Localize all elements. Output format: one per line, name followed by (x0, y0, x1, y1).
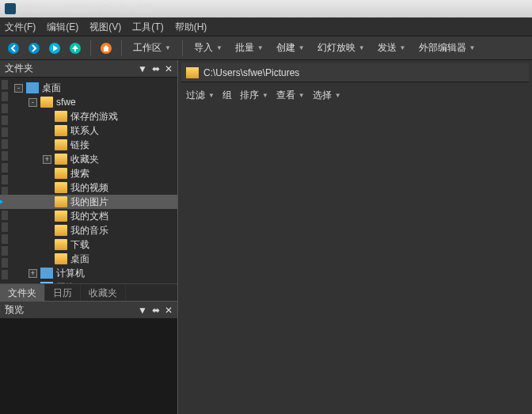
tb-send[interactable]: 发送▼ (373, 40, 411, 57)
tab-folders[interactable]: 文件夹 (0, 284, 45, 301)
window-title: Pictures - ACDSee Pro 6 - 试用 (21, 2, 153, 16)
expand-toggle[interactable]: - (28, 98, 37, 107)
nav-back-icon[interactable] (5, 40, 22, 57)
chevron-down-icon: ▼ (165, 44, 171, 51)
tree-label: sfwe (56, 97, 76, 108)
tree-label: 桌面 (42, 82, 61, 95)
folder-icon (55, 239, 67, 250)
tb-external[interactable]: 外部编辑器▼ (414, 40, 481, 57)
menu-edit[interactable]: 编辑(E) (47, 21, 78, 34)
left-panel: 文件夹 ▼ ⬌ ✕ -桌面-sfwe保存的游戏联系人链接+收藏夹搜索我的视频我的… (0, 60, 178, 414)
tab-favorites[interactable]: 收藏夹 (81, 284, 126, 301)
folders-panel-header: 文件夹 ▼ ⬌ ✕ (0, 60, 177, 78)
tree-item[interactable]: 桌面 (0, 252, 177, 266)
nav-home-icon[interactable] (97, 40, 115, 57)
separator (182, 40, 183, 56)
panel-menu-icon[interactable]: ▼ (138, 305, 147, 316)
svg-point-1 (28, 43, 40, 54)
tree-item[interactable]: 我的文档 (0, 209, 177, 223)
folder-icon (55, 139, 67, 150)
select-menu[interactable]: 选择▼ (313, 89, 341, 102)
panel-pin-icon[interactable]: ⬌ (152, 305, 160, 316)
main-toolbar: 工作区▼ 导入▼ 批量▼ 创建▼ 幻灯放映▼ 发送▼ 外部编辑器▼ (0, 36, 532, 60)
tree-item[interactable]: 我的图片 (0, 195, 177, 209)
folder-icon (55, 253, 67, 264)
folder-icon (186, 67, 199, 78)
tree-item[interactable]: 联系人 (0, 123, 177, 138)
folder-icon (55, 111, 67, 122)
tree-item[interactable]: 我的音乐 (0, 223, 177, 237)
tree-label: 链接 (70, 139, 89, 152)
panel-menu-icon[interactable]: ▼ (138, 63, 147, 74)
tb-import[interactable]: 导入▼ (189, 40, 227, 57)
menu-help[interactable]: 帮助(H) (175, 21, 207, 34)
tree-label: 我的文档 (70, 210, 108, 223)
tree-item[interactable]: 保存的游戏 (0, 109, 177, 123)
folder-icon (55, 125, 67, 136)
folders-title: 文件夹 (5, 62, 33, 75)
menu-tools[interactable]: 工具(T) (132, 21, 163, 34)
tb-slideshow[interactable]: 幻灯放映▼ (313, 40, 370, 57)
folder-icon (55, 168, 67, 179)
preview-panel: 预览 ▼ ⬌ ✕ (0, 301, 177, 414)
tree-item[interactable]: +计算机 (0, 266, 177, 280)
tree-label: 搜索 (70, 167, 89, 180)
menu-bar: 文件(F) 编辑(E) 视图(V) 工具(T) 帮助(H) (0, 17, 532, 36)
path-bar[interactable]: C:\Users\sfwe\Pictures (181, 63, 529, 82)
tree-label: 下载 (70, 238, 89, 252)
expand-toggle[interactable]: - (14, 84, 23, 93)
separator (121, 40, 122, 56)
thumbnail-area[interactable] (178, 104, 532, 414)
separator (90, 40, 91, 56)
tree-label: 网络 (56, 281, 75, 284)
tree-item[interactable]: 搜索 (0, 166, 177, 180)
tree-label: 我的图片 (70, 196, 108, 209)
svg-point-0 (8, 43, 19, 54)
folder-tree[interactable]: -桌面-sfwe保存的游戏联系人链接+收藏夹搜索我的视频我的图片我的文档我的音乐… (0, 78, 177, 283)
preview-header: 预览 ▼ ⬌ ✕ (0, 302, 177, 319)
current-path: C:\Users\sfwe\Pictures (203, 67, 299, 78)
menu-view[interactable]: 视图(V) (89, 21, 121, 34)
tree-item[interactable]: -桌面 (0, 81, 177, 95)
tree-item[interactable]: 链接 (0, 138, 177, 152)
view-menu[interactable]: 查看▼ (276, 89, 305, 102)
left-tabs: 文件夹 日历 收藏夹 (0, 283, 177, 301)
desktop-icon (26, 82, 39, 93)
preview-title: 预览 (5, 303, 24, 317)
tree-item[interactable]: 下载 (0, 237, 177, 252)
expand-toggle[interactable]: + (28, 269, 37, 278)
tree-item[interactable]: +收藏夹 (0, 152, 177, 166)
tree-label: 联系人 (70, 124, 99, 138)
panel-close-icon[interactable]: ✕ (165, 63, 173, 74)
tree-item[interactable]: 我的视频 (0, 180, 177, 195)
tab-calendar[interactable]: 日历 (45, 284, 81, 301)
tree-label: 收藏夹 (70, 153, 99, 166)
content-panel: C:\Users\sfwe\Pictures 过滤▼ 组 排序▼ 查看▼ 选择▼ (178, 60, 532, 414)
preview-area (0, 319, 177, 414)
tb-batch[interactable]: 批量▼ (230, 40, 268, 57)
nav-forward-icon[interactable] (25, 40, 43, 57)
tree-label: 桌面 (70, 253, 89, 266)
tb-create[interactable]: 创建▼ (272, 40, 310, 57)
nav-up-icon[interactable] (66, 40, 84, 57)
folder-icon (55, 196, 67, 207)
folder-icon (40, 97, 53, 108)
tree-item[interactable]: 网络 (0, 280, 177, 283)
nav-play-icon[interactable] (46, 40, 63, 57)
panel-close-icon[interactable]: ✕ (165, 305, 173, 316)
tree-label: 保存的游戏 (70, 110, 118, 123)
sort-menu[interactable]: 排序▼ (240, 89, 268, 102)
filter-bar: 过滤▼ 组 排序▼ 查看▼ 选择▼ (178, 85, 532, 104)
tree-item[interactable]: -sfwe (0, 95, 177, 109)
title-bar: Pictures - ACDSee Pro 6 - 试用 (0, 0, 532, 17)
filter-menu[interactable]: 过滤▼ (186, 89, 215, 102)
workspace-menu[interactable]: 工作区▼ (128, 40, 176, 57)
folder-icon (55, 182, 67, 193)
group-menu[interactable]: 组 (222, 89, 232, 102)
menu-file[interactable]: 文件(F) (5, 21, 36, 34)
folder-icon (55, 154, 67, 165)
tree-label: 我的视频 (70, 181, 108, 195)
app-icon (5, 3, 16, 14)
panel-pin-icon[interactable]: ⬌ (152, 63, 160, 74)
expand-toggle[interactable]: + (43, 155, 51, 164)
